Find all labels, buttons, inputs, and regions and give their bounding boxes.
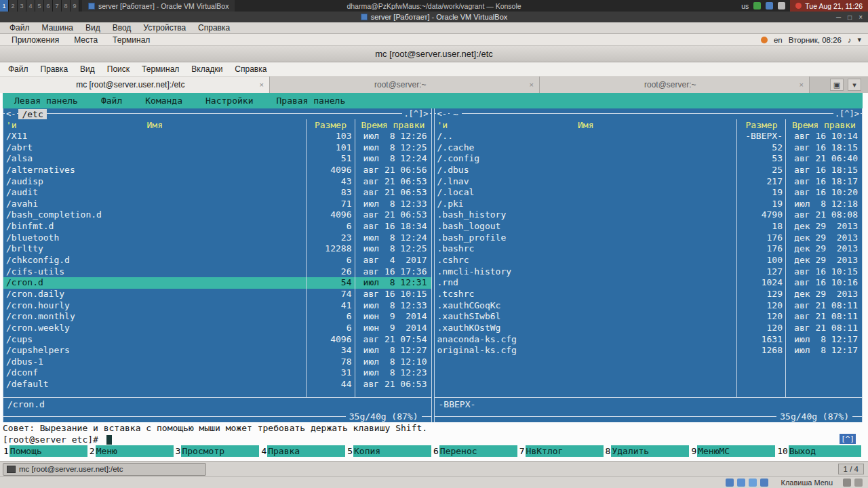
taskbar-window-button[interactable]: mc [root@server.user.net]:/etc — [3, 463, 206, 476]
file-row[interactable]: /audisp43авг 21 06:53 — [3, 176, 431, 188]
panel-path[interactable]: ~ — [450, 109, 462, 119]
file-row[interactable]: .tcshrc129дек 29 2013 — [435, 289, 863, 300]
scroll-up-icon[interactable]: [^] — [840, 434, 856, 444]
file-row[interactable]: /..-ВВЕРХ-авг 16 10:14 — [435, 131, 863, 142]
file-row[interactable]: /bluetooth23июл 8 12:24 — [3, 232, 431, 244]
guest-menu-item[interactable]: Терминал — [106, 35, 156, 45]
file-row[interactable]: /cupshelpers34июл 8 12:27 — [3, 345, 431, 357]
vbox-menu-item[interactable]: Вид — [80, 23, 106, 33]
file-row[interactable]: .bash_profile176дек 29 2013 — [435, 232, 863, 244]
file-row[interactable]: /chkconfig.d6авг 4 2017 — [3, 255, 431, 266]
guest-clock[interactable]: Вторник, 08:26 — [789, 36, 842, 44]
mc-menu-item[interactable]: Левая панель — [3, 96, 90, 106]
mc-menu-item[interactable]: Настройки — [194, 96, 264, 106]
file-row[interactable]: /.lnav217авг 16 18:17 — [435, 176, 863, 188]
workspace-button[interactable]: 6 — [44, 0, 53, 12]
column-header-size[interactable]: Размер — [737, 119, 786, 131]
host-clock[interactable]: Tue Aug 21, 11:26 — [790, 0, 868, 12]
file-row[interactable]: /cron.daily74авг 16 10:15 — [3, 289, 431, 300]
panel-path[interactable]: /etc — [18, 109, 46, 119]
host-taskbar-item[interactable]: server [Работает] - Oracle VM VirtualBox — [82, 0, 235, 12]
fn-key-button[interactable]: 10Выход — [776, 445, 861, 457]
terminal-menu-item[interactable]: Правка — [35, 64, 74, 74]
file-row[interactable]: /audit83авг 21 06:53 — [3, 187, 431, 199]
tray-icon-clipboard[interactable] — [843, 479, 851, 487]
file-row[interactable]: /cron.hourly41июл 8 12:33 — [3, 300, 431, 312]
mc-menu-item[interactable]: Файл — [90, 96, 134, 106]
file-row[interactable]: /binfmt.d6авг 16 18:34 — [3, 221, 431, 232]
file-row[interactable]: .bash_history4790авг 21 08:08 — [435, 209, 863, 221]
file-row[interactable]: /abrt101июл 8 12:25 — [3, 142, 431, 154]
fn-key-button[interactable]: 8Удалить — [605, 445, 690, 457]
mc-menu-item[interactable]: Правая панель — [264, 96, 357, 106]
panel-back-arrow[interactable]: <- — [436, 109, 448, 119]
tab-close-icon[interactable]: × — [800, 81, 804, 89]
file-row[interactable]: .bash_logout18дек 29 2013 — [435, 221, 863, 232]
fn-key-button[interactable]: 4Правка — [260, 445, 345, 457]
column-header-name[interactable]: 'иИмя — [3, 119, 307, 131]
tray-icon-network[interactable] — [726, 479, 734, 487]
file-row[interactable]: /alternatives4096авг 21 06:56 — [3, 165, 431, 176]
file-row[interactable]: /bash_completion.d4096авг 21 06:53 — [3, 209, 431, 221]
panel-history-icon[interactable]: .[^]> — [402, 109, 429, 119]
file-row[interactable]: /brltty12288июл 8 12:25 — [3, 243, 431, 255]
tray-icon-bluetooth[interactable] — [749, 479, 757, 487]
file-row[interactable]: /.dbus25авг 16 18:15 — [435, 165, 863, 176]
workspace-button[interactable]: 5 — [35, 0, 44, 12]
notifications-icon[interactable] — [778, 2, 785, 9]
file-row[interactable]: /.config53авг 21 06:40 — [435, 153, 863, 165]
workspace-switcher[interactable]: 1 / 4 — [838, 464, 864, 474]
file-row[interactable]: original-ks.cfg1268июл 8 12:17 — [435, 345, 863, 357]
file-row[interactable]: .xauthSIwb6l120авг 21 08:11 — [435, 311, 863, 323]
column-header-mtime[interactable]: Время правки — [786, 119, 862, 131]
fn-key-button[interactable]: 1Помощь — [3, 445, 87, 457]
fn-key-button[interactable]: 5Копия — [347, 445, 431, 457]
column-header-name[interactable]: 'иИмя — [435, 119, 738, 131]
file-row[interactable]: /cron.monthly6июн 9 2014 — [3, 311, 431, 323]
tab-close-icon[interactable]: × — [260, 81, 264, 89]
session-menu-icon[interactable]: ▾ — [857, 35, 861, 44]
terminal-menu-item[interactable]: Вкладки — [186, 64, 228, 74]
column-header-size[interactable]: Размер — [307, 119, 355, 131]
terminal-tab[interactable]: root@server:~× — [540, 77, 810, 93]
file-row[interactable]: .rnd1024авг 16 10:16 — [435, 277, 863, 289]
keyboard-layout-indicator[interactable]: us — [741, 2, 749, 10]
file-row[interactable]: /default44авг 21 06:53 — [3, 379, 431, 390]
vbox-menu-item[interactable]: Ввод — [107, 23, 137, 33]
terminal-menu-item[interactable]: Файл — [3, 64, 34, 74]
panel-back-arrow[interactable]: <- — [5, 109, 17, 119]
file-row[interactable]: /cron.weekly6июн 9 2014 — [3, 323, 431, 334]
file-row[interactable]: /dconf31июл 8 12:23 — [3, 367, 431, 379]
vbox-menu-item[interactable]: Справка — [193, 23, 235, 33]
fn-key-button[interactable]: 2Меню — [89, 445, 174, 457]
new-tab-icon[interactable]: ▣ — [830, 79, 844, 91]
terminal-tab[interactable]: root@server:~× — [270, 77, 540, 93]
tray-icon-settings[interactable] — [854, 479, 863, 487]
vbox-menu-item[interactable]: Устройства — [138, 23, 191, 33]
guest-keyboard-layout[interactable]: en — [774, 36, 783, 44]
network-icon[interactable] — [753, 2, 761, 9]
file-row[interactable]: .xauthKOstWg120авг 21 08:11 — [435, 323, 863, 334]
vbox-menu-item[interactable]: Файл — [4, 23, 35, 33]
file-row[interactable]: /cron.d54июл 8 12:31 — [3, 277, 431, 289]
vbox-menu-item[interactable]: Машина — [37, 23, 79, 33]
file-row[interactable]: /cups4096авг 21 07:54 — [3, 334, 431, 346]
file-row[interactable]: /avahi71июл 8 12:33 — [3, 199, 431, 210]
terminal-tab[interactable]: mc [root@server.user.net]:/etc× — [0, 77, 270, 93]
guest-menu-item[interactable]: Места — [68, 35, 104, 45]
file-row[interactable]: .bashrc176дек 29 2013 — [435, 243, 863, 255]
workspace-button[interactable]: 7 — [53, 0, 62, 12]
workspace-button[interactable]: 3 — [18, 0, 26, 12]
maximize-icon[interactable]: □ — [848, 14, 852, 21]
terminal-menu-item[interactable]: Поиск — [102, 64, 135, 74]
terminal-menu-item[interactable]: Справка — [229, 64, 272, 74]
fn-key-button[interactable]: 3Просмотр — [175, 445, 260, 457]
tab-close-icon[interactable]: × — [530, 81, 534, 89]
workspace-button[interactable]: 9 — [71, 0, 79, 12]
volume-icon[interactable]: ♪ — [848, 36, 852, 44]
file-row[interactable]: /.cache52авг 16 18:15 — [435, 142, 863, 154]
file-row[interactable]: /.pki19июл 8 12:18 — [435, 199, 863, 210]
clipboard-icon[interactable] — [766, 2, 773, 9]
mc-menu-item[interactable]: Команда — [134, 96, 194, 106]
user-status-icon[interactable] — [761, 37, 768, 43]
